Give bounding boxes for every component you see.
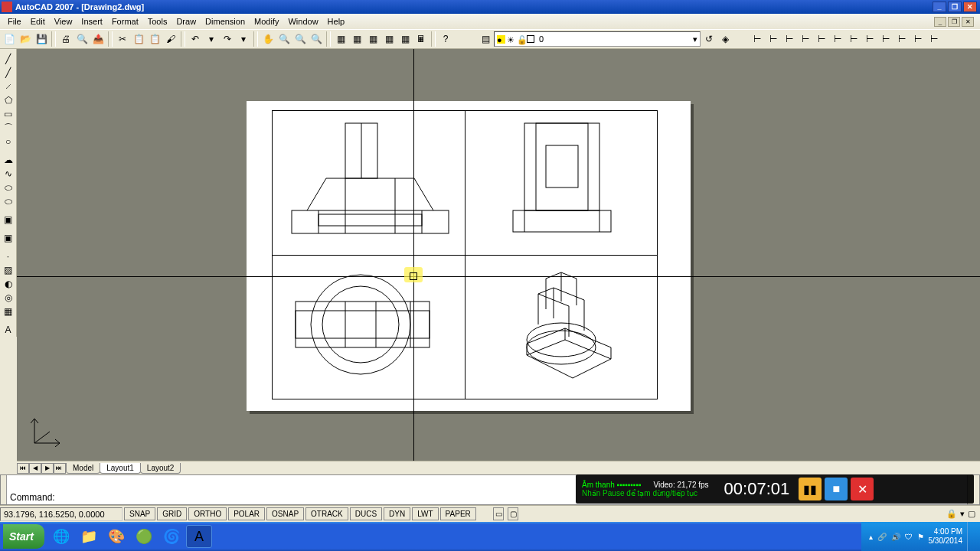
dim-linear-icon[interactable]: ⊢ [750, 31, 765, 47]
grid-toggle[interactable]: GRID [157, 507, 187, 520]
calc-icon[interactable]: 🖩 [413, 31, 429, 47]
paper-toggle[interactable]: PAPER [440, 507, 476, 520]
otrack-toggle[interactable]: OTRACK [305, 507, 348, 520]
polygon-icon[interactable]: ⬠ [1, 93, 16, 107]
menu-draw[interactable]: Draw [172, 15, 201, 28]
tab-prev-button[interactable]: ◀ [29, 463, 41, 474]
line-icon[interactable]: ╱ [1, 52, 16, 66]
mtext-icon[interactable]: A [1, 323, 16, 337]
arc-icon[interactable]: ⌒ [1, 121, 16, 135]
point-icon[interactable]: · [1, 249, 16, 263]
recorder-close-button[interactable]: ✕ [851, 478, 874, 500]
menu-edit[interactable]: Edit [26, 15, 50, 28]
dim-edit-icon[interactable]: ⊢ [926, 31, 942, 47]
close-button[interactable]: ✕ [963, 2, 977, 12]
save-icon[interactable]: 💾 [34, 31, 49, 47]
dim-center-icon[interactable]: ⊢ [910, 31, 926, 47]
dim-diameter-icon[interactable]: ⊢ [830, 31, 845, 47]
design-center-icon[interactable]: ▦ [349, 31, 364, 47]
tray-arrow-icon[interactable]: ▴ [869, 533, 873, 541]
pan-icon[interactable]: ✋ [260, 31, 276, 47]
tool-palette-icon[interactable]: ▦ [365, 31, 381, 47]
doc-close-button[interactable]: ✕ [962, 17, 974, 27]
maximize-viewport-icon[interactable]: ▢ [508, 507, 518, 520]
undo-icon[interactable]: ↶ [188, 31, 203, 47]
hatch-icon[interactable]: ▨ [1, 263, 16, 277]
menu-view[interactable]: View [50, 15, 77, 28]
minimize-button[interactable]: _ [933, 2, 946, 12]
menu-file[interactable]: File [3, 15, 26, 28]
preview-icon[interactable]: 🔍 [74, 31, 90, 47]
recorder-stop-button[interactable]: ■ [825, 478, 848, 500]
zoom-realtime-icon[interactable]: 🔍 [276, 31, 292, 47]
layer-manager-icon[interactable]: ▤ [478, 31, 493, 47]
taskbar-autocad-icon[interactable]: A [186, 525, 212, 548]
dim-arc-icon[interactable]: ⊢ [782, 31, 797, 47]
tab-next-button[interactable]: ▶ [41, 463, 54, 474]
redo-drop-icon[interactable]: ▾ [236, 31, 251, 47]
doc-restore-button[interactable]: ❐ [948, 17, 960, 27]
menu-help[interactable]: Help [323, 15, 350, 28]
zoom-prev-icon[interactable]: 🔍 [309, 31, 324, 47]
undo-drop-icon[interactable]: ▾ [204, 31, 219, 47]
layer-state-icon[interactable]: ◈ [717, 31, 733, 47]
polyline-icon[interactable]: ⟋ [1, 80, 16, 93]
dim-continue-icon[interactable]: ⊢ [894, 31, 910, 47]
ellipse-arc-icon[interactable]: ⬭ [1, 194, 16, 208]
clean-screen-icon[interactable]: ▢ [968, 509, 975, 519]
system-tray[interactable]: ▴ 🔗 🔊 🛡 ⚑ 4:00 PM 5/30/2014 [861, 522, 981, 551]
dyn-toggle[interactable]: DYN [384, 507, 410, 520]
tray-clock[interactable]: 4:00 PM 5/30/2014 [929, 527, 963, 546]
menu-format[interactable]: Format [107, 15, 143, 28]
taskbar-ie-icon[interactable]: 🌐 [48, 525, 74, 548]
tray-shield-icon[interactable]: 🛡 [905, 533, 913, 541]
menu-window[interactable]: Window [283, 15, 322, 28]
plot-icon[interactable]: 🖨 [58, 31, 74, 47]
ellipse-icon[interactable]: ⬭ [1, 181, 16, 194]
circle-icon[interactable]: ○ [1, 135, 16, 148]
maximize-button[interactable]: ❐ [948, 2, 962, 12]
menu-modify[interactable]: Modify [250, 15, 283, 28]
cut-icon[interactable]: ✂ [115, 31, 130, 47]
layer-combo[interactable]: ● ☀ 🔓 0 ▾ [494, 31, 701, 47]
zoom-window-icon[interactable]: 🔍 [292, 31, 308, 47]
menu-dimension[interactable]: Dimension [201, 15, 250, 28]
copy-icon[interactable]: 📋 [131, 31, 146, 47]
revcloud-icon[interactable]: ☁ [1, 153, 16, 167]
polar-toggle[interactable]: POLAR [228, 507, 265, 520]
help-icon[interactable]: ? [438, 31, 453, 47]
region-icon[interactable]: ◎ [1, 291, 16, 305]
tab-layout1[interactable]: Layout1 [100, 463, 141, 474]
tab-last-button[interactable]: ⏭ [54, 463, 66, 474]
taskbar-paint-icon[interactable]: 🎨 [103, 525, 129, 548]
comm-center-icon[interactable]: 🔒 [946, 509, 957, 519]
dim-radius-icon[interactable]: ⊢ [814, 31, 829, 47]
properties-icon[interactable]: ▦ [333, 31, 348, 47]
show-desktop-button[interactable] [967, 522, 972, 551]
osnap-toggle[interactable]: OSNAP [266, 507, 304, 520]
make-block-icon[interactable]: ▣ [1, 231, 16, 245]
gradient-icon[interactable]: ◐ [1, 277, 16, 291]
snap-toggle[interactable]: SNAP [124, 507, 155, 520]
start-button[interactable]: Start [3, 524, 44, 549]
ortho-toggle[interactable]: ORTHO [188, 507, 227, 520]
taskbar-app-icon[interactable]: 🌀 [158, 525, 185, 548]
tray-volume-icon[interactable]: 🔊 [891, 533, 900, 541]
tab-layout2[interactable]: Layout2 [140, 463, 181, 474]
taskbar-explorer-icon[interactable]: 📁 [76, 525, 102, 548]
dim-quick-icon[interactable]: ⊢ [862, 31, 877, 47]
open-icon[interactable]: 📂 [18, 31, 33, 47]
insert-block-icon[interactable]: ▣ [1, 213, 16, 227]
paste-icon[interactable]: 📋 [147, 31, 162, 47]
dim-angular-icon[interactable]: ⊢ [846, 31, 861, 47]
table-icon[interactable]: ▦ [1, 305, 16, 318]
drawing-canvas[interactable] [17, 49, 980, 461]
rectangle-icon[interactable]: ▭ [1, 107, 16, 121]
tab-model[interactable]: Model [66, 463, 100, 474]
publish-icon[interactable]: 📤 [90, 31, 106, 47]
dim-aligned-icon[interactable]: ⊢ [766, 31, 781, 47]
recorder-pause-button[interactable]: ▮▮ [799, 478, 822, 500]
markup-icon[interactable]: ▦ [397, 31, 413, 47]
new-icon[interactable]: 📄 [2, 31, 17, 47]
tray-settings-icon[interactable]: ▾ [960, 509, 965, 519]
